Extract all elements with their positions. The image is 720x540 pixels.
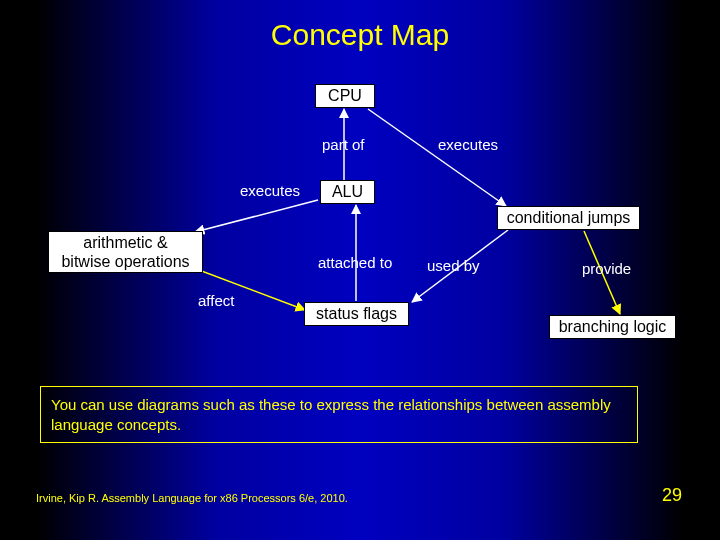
page-number: 29 — [662, 485, 682, 506]
node-conditional-jumps: conditional jumps — [497, 206, 640, 230]
edge-label-attached-to: attached to — [318, 254, 392, 271]
edge-label-executes-left: executes — [240, 182, 300, 199]
node-arith: arithmetic & bitwise operations — [48, 231, 203, 273]
node-status-flags: status flags — [304, 302, 409, 326]
edge-label-part-of: part of — [322, 136, 365, 153]
page-title: Concept Map — [0, 18, 720, 52]
footer-citation: Irvine, Kip R. Assembly Language for x86… — [36, 492, 348, 504]
slide: Concept Map CPU ALU arithmetic & bitwise… — [0, 0, 720, 540]
svg-line-1 — [368, 109, 506, 206]
edge-label-affect: affect — [198, 292, 234, 309]
note-box: You can use diagrams such as these to ex… — [40, 386, 638, 443]
svg-line-2 — [195, 200, 318, 232]
node-branching-logic: branching logic — [549, 315, 676, 339]
node-cpu: CPU — [315, 84, 375, 108]
node-alu: ALU — [320, 180, 375, 204]
edge-label-executes-right: executes — [438, 136, 498, 153]
edge-label-used-by: used by — [427, 257, 480, 274]
edge-label-provide: provide — [582, 260, 631, 277]
